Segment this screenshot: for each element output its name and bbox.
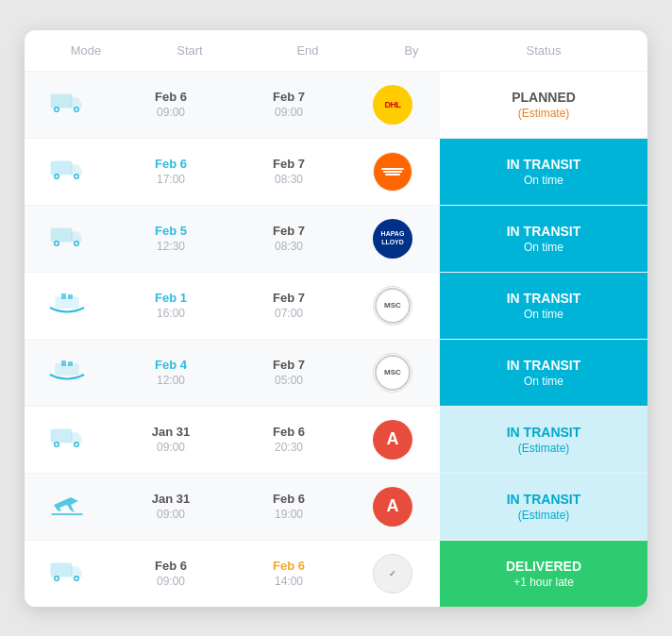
end-date: Feb 7	[273, 224, 305, 238]
status-main: PLANNED	[512, 90, 576, 105]
svg-rect-1	[51, 94, 72, 108]
svg-point-36	[76, 577, 78, 579]
status-sub: On time	[524, 308, 563, 321]
svg-point-3	[56, 108, 59, 110]
end-cell: Feb 7 05:00	[232, 344, 345, 400]
col-start: Start	[128, 43, 251, 58]
svg-rect-18	[56, 297, 78, 308]
carrier-badge-hapag: HAPAGLLOYD	[373, 219, 412, 259]
status-main: DELIVERED	[506, 559, 581, 574]
start-cell: Feb 6 09:00	[109, 76, 232, 132]
start-time: 17:00	[157, 173, 185, 186]
tracking-card: Mode Start End By Status Feb 6 09:00 Feb…	[25, 30, 647, 607]
carrier-badge-delivered: ✓	[373, 554, 412, 594]
status-box: DELIVERED +1 hour late	[440, 541, 647, 607]
status-box: IN TRANSIT (Estimate)	[440, 474, 647, 540]
start-date: Feb 1	[155, 291, 187, 305]
truck-icon	[50, 225, 84, 253]
end-time: 20:30	[275, 441, 303, 454]
carrier-badge-red: A	[373, 487, 412, 527]
svg-rect-13	[51, 228, 72, 242]
end-cell: Feb 7 07:00	[232, 277, 345, 333]
carrier-cell	[345, 139, 440, 205]
status-main: IN TRANSIT	[507, 358, 581, 373]
carrier-badge-tnt	[373, 152, 412, 192]
start-time: 09:00	[157, 575, 185, 588]
truck-icon	[50, 560, 84, 588]
status-box: IN TRANSIT On time	[440, 340, 647, 406]
svg-rect-25	[51, 429, 72, 443]
status-box: IN TRANSIT On time	[440, 139, 647, 205]
status-box: PLANNED (Estimate)	[440, 72, 647, 138]
end-time: 19:00	[275, 508, 303, 521]
status-main: IN TRANSIT	[507, 492, 581, 507]
svg-rect-20	[68, 294, 73, 299]
start-cell: Feb 4 12:00	[109, 344, 232, 400]
svg-point-15	[56, 242, 59, 244]
status-cell: IN TRANSIT On time	[440, 139, 647, 205]
status-sub: +1 hour late	[513, 576, 574, 589]
start-cell: Feb 1 16:00	[109, 277, 232, 333]
end-date: Feb 7	[273, 157, 305, 171]
table-row: Feb 4 12:00 Feb 7 05:00 MSC IN TRANSIT O…	[25, 339, 647, 406]
end-time: 08:30	[275, 173, 303, 186]
end-date: Feb 7	[273, 358, 305, 372]
start-cell: Feb 6 17:00	[109, 143, 232, 199]
status-sub: (Estimate)	[518, 442, 570, 455]
end-time: 14:00	[275, 575, 303, 588]
status-cell: IN TRANSIT On time	[440, 340, 647, 406]
table-row: Feb 1 16:00 Feb 7 07:00 MSC IN TRANSIT O…	[25, 272, 647, 339]
mode-cell	[25, 478, 109, 535]
end-cell: Feb 7 09:00	[232, 76, 345, 132]
svg-point-9	[56, 175, 59, 177]
table-row: Feb 6 17:00 Feb 7 08:30 IN TRANSIT On ti…	[25, 138, 647, 205]
status-sub: On time	[524, 241, 563, 254]
col-status: Status	[459, 43, 629, 58]
carrier-cell: DHL	[345, 72, 440, 138]
table-row: Feb 6 09:00 Feb 6 14:00 ✓ DELIVERED +1 h…	[25, 540, 647, 607]
mode-cell	[25, 412, 109, 467]
status-main: IN TRANSIT	[507, 291, 581, 306]
status-main: IN TRANSIT	[507, 425, 581, 440]
start-date: Jan 31	[152, 492, 190, 506]
carrier-cell: A	[345, 407, 440, 473]
carrier-cell: ✓	[345, 541, 440, 607]
end-date: Feb 6	[273, 559, 305, 573]
status-sub: On time	[524, 375, 563, 388]
svg-point-11	[76, 175, 78, 177]
svg-rect-19	[61, 293, 66, 299]
status-sub: (Estimate)	[518, 107, 570, 120]
mode-cell	[25, 144, 109, 199]
status-cell: DELIVERED +1 hour late	[440, 541, 647, 607]
start-date: Feb 6	[155, 559, 187, 573]
status-cell: IN TRANSIT On time	[440, 273, 647, 339]
ship-icon	[48, 292, 86, 320]
start-date: Feb 4	[155, 358, 187, 372]
status-cell: PLANNED (Estimate)	[440, 72, 647, 138]
svg-rect-22	[61, 360, 66, 366]
status-box: IN TRANSIT On time	[440, 206, 647, 272]
status-cell: IN TRANSIT On time	[440, 206, 647, 272]
svg-rect-7	[51, 161, 72, 175]
end-date: Feb 6	[273, 425, 305, 439]
end-date: Feb 6	[273, 492, 305, 506]
plane-icon	[50, 492, 84, 522]
svg-point-5	[76, 108, 78, 110]
end-time: 08:30	[275, 240, 303, 253]
carrier-cell: A	[345, 474, 440, 540]
end-cell: Feb 6 19:00	[232, 478, 345, 534]
start-time: 16:00	[157, 307, 185, 320]
end-cell: Feb 7 08:30	[232, 143, 345, 199]
truck-icon	[50, 426, 84, 454]
carrier-cell: MSC	[345, 273, 440, 339]
start-date: Feb 6	[155, 157, 187, 171]
status-cell: IN TRANSIT (Estimate)	[440, 474, 647, 540]
status-main: IN TRANSIT	[507, 224, 581, 239]
carrier-cell: MSC	[345, 340, 440, 406]
table-row: Feb 5 12:30 Feb 7 08:30 HAPAGLLOYD IN TR…	[25, 205, 647, 272]
table-header: Mode Start End By Status	[25, 30, 647, 71]
status-sub: On time	[524, 174, 563, 187]
status-box: IN TRANSIT On time	[440, 273, 647, 339]
table-row: Jan 31 09:00 Feb 6 20:30 A IN TRANSIT (E…	[25, 406, 647, 473]
start-date: Feb 6	[155, 90, 187, 104]
